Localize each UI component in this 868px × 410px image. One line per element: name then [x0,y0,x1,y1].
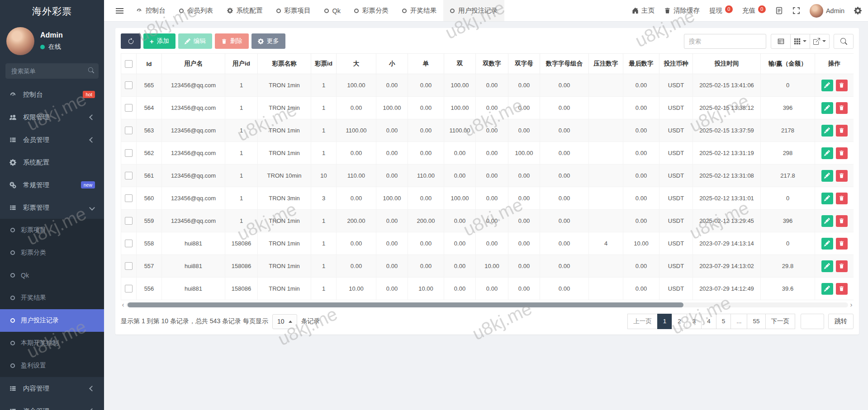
withdraw-link[interactable]: 提现 0 [709,6,733,15]
tab-Qk[interactable]: Qk [318,0,348,21]
search-input[interactable] [684,34,766,49]
column-header-Id[interactable]: Id [137,54,162,74]
language-icon[interactable] [775,7,783,14]
row-edit-button[interactable] [821,80,833,91]
next-page-button[interactable]: 下一页 [765,314,796,329]
row-edit-button[interactable] [821,260,833,272]
row-delete-button[interactable] [836,147,848,159]
column-header-输/赢（金额）[interactable]: 输/赢（金额） [761,54,815,74]
home-link[interactable]: 主页 [632,6,655,15]
sidebar-subitem-盈利设置[interactable]: 盈利设置 [0,354,104,377]
sidebar-subitem-彩票项目[interactable]: 彩票项目 [0,219,104,241]
tab-系统配置[interactable]: 系统配置 [220,0,270,21]
select-all-checkbox[interactable] [125,60,133,68]
scroll-right-icon[interactable]: › [849,302,854,307]
recharge-link[interactable]: 充值 0 [742,6,766,15]
row-delete-button[interactable] [836,215,848,227]
menu-toggle-icon[interactable] [109,0,129,21]
export-button[interactable] [810,34,830,49]
row-edit-button[interactable] [821,193,833,204]
tab-彩票分类[interactable]: 彩票分类 [347,0,395,21]
row-delete-button[interactable] [836,193,848,204]
toggle-view-button[interactable] [771,34,791,49]
page-button-1[interactable]: 1 [657,314,673,329]
tab-用户投注记录[interactable]: 用户投注记录 [443,0,504,21]
column-header-压注数字[interactable]: 压注数字 [589,54,623,74]
scroll-left-icon[interactable]: ‹ [121,302,125,307]
column-header-数字字母组合[interactable]: 数字字母组合 [540,54,589,74]
sidebar-subitem-开奖结果[interactable]: 开奖结果 [0,287,104,309]
row-checkbox[interactable] [125,262,133,270]
row-checkbox[interactable] [125,81,133,89]
page-button-3[interactable]: 3 [687,314,702,329]
prev-page-button[interactable]: 上一页 [627,314,658,329]
column-header-操作[interactable]: 操作 [815,54,854,74]
add-button[interactable]: + 添加 [143,33,175,49]
sidebar-item-系统配置[interactable]: 系统配置 [0,151,104,174]
scrollbar-track[interactable] [126,302,848,307]
column-header-双数字[interactable]: 双数字 [476,54,508,74]
column-header-用户id[interactable]: 用户id [225,54,258,74]
row-edit-button[interactable] [821,125,833,137]
sidebar-subitem-本期开奖控制[interactable]: 本期开奖控制 [0,332,104,354]
menu-search-input[interactable] [5,63,99,79]
row-delete-button[interactable] [836,170,848,182]
jump-button[interactable]: 跳转 [828,314,854,329]
row-checkbox[interactable] [125,127,133,134]
page-button-...[interactable]: ... [730,314,747,329]
column-header-单[interactable]: 单 [408,54,444,74]
row-checkbox[interactable] [125,240,133,247]
column-header-投注币种[interactable]: 投注币种 [659,54,693,74]
column-header-最后数字[interactable]: 最后数字 [623,54,659,74]
row-delete-button[interactable] [836,260,848,272]
sidebar-subitem-Qk[interactable]: Qk [0,264,104,287]
row-delete-button[interactable] [836,80,848,91]
row-delete-button[interactable] [836,238,848,250]
columns-button[interactable] [790,34,810,49]
tab-会员列表[interactable]: 会员列表 [172,0,220,21]
gear-icon[interactable] [854,7,862,14]
tab-开奖结果[interactable]: 开奖结果 [395,0,443,21]
jump-page-input[interactable] [801,314,824,329]
row-checkbox[interactable] [125,149,133,157]
column-header-彩票名称[interactable]: 彩票名称 [258,54,311,74]
column-header-大[interactable]: 大 [337,54,376,74]
fullscreen-icon[interactable] [792,7,800,14]
row-checkbox[interactable] [125,285,133,292]
column-header-用户名[interactable]: 用户名 [162,54,225,74]
avatar[interactable] [6,27,34,55]
page-button-2[interactable]: 2 [672,314,687,329]
row-delete-button[interactable] [836,102,848,114]
sidebar-subitem-用户投注记录[interactable]: 用户投注记录 [0,309,104,332]
row-checkbox[interactable] [125,217,133,225]
row-edit-button[interactable] [821,215,833,227]
column-header-双字母[interactable]: 双字母 [508,54,540,74]
row-edit-button[interactable] [821,170,833,182]
account-menu[interactable]: Admin [810,4,844,18]
tab-彩票项目[interactable]: 彩票项目 [270,0,318,21]
sidebar-item-权限管理[interactable]: 权限管理 [0,106,104,128]
row-checkbox[interactable] [125,194,133,202]
row-edit-button[interactable] [821,283,833,295]
tab-控制台[interactable]: 控制台 [129,0,172,21]
page-button-55[interactable]: 55 [747,314,765,329]
page-button-5[interactable]: 5 [716,314,731,329]
sidebar-item-控制台[interactable]: 控制台hot [0,83,104,106]
row-checkbox[interactable] [125,104,133,112]
row-delete-button[interactable] [836,283,848,295]
sidebar-item-彩票管理[interactable]: 彩票管理 [0,196,104,219]
refresh-button[interactable] [121,33,141,49]
scrollbar-thumb[interactable] [128,302,683,307]
page-button-4[interactable]: 4 [701,314,716,329]
sidebar-item-资金管理[interactable]: 资金管理 [0,400,104,410]
page-size-select[interactable]: 10 [272,314,297,329]
sidebar-item-常规管理[interactable]: 常规管理new [0,174,104,196]
clear-cache-link[interactable]: 清除缓存 [664,6,700,15]
row-checkbox[interactable] [125,172,133,179]
row-edit-button[interactable] [821,147,833,159]
sidebar-subitem-彩票分类[interactable]: 彩票分类 [0,241,104,264]
sidebar-item-内容管理[interactable]: 内容管理 [0,377,104,400]
row-edit-button[interactable] [821,238,833,250]
row-edit-button[interactable] [821,102,833,114]
advanced-search-button[interactable] [834,34,854,49]
